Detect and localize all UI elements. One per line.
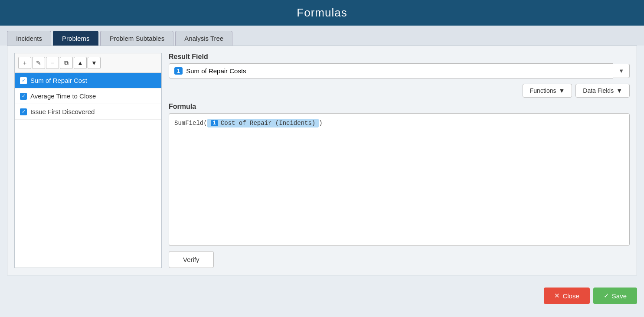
formula-item-label: Sum of Repair Cost	[30, 77, 87, 84]
move-up-button[interactable]: ▲	[74, 57, 87, 69]
checkmark-icon: ✓	[604, 292, 609, 300]
checkbox-checked-icon: ✓	[20, 77, 27, 84]
functions-button[interactable]: Functions ▼	[523, 84, 572, 98]
formula-toolbar: + ✎ − ⧉ ▲ ▼	[15, 53, 161, 73]
header-title-text: Formulas	[297, 6, 347, 19]
result-field-dropdown-arrow[interactable]: ▼	[613, 64, 630, 78]
tab-incidents[interactable]: Incidents	[7, 31, 51, 46]
tab-analysis-tree[interactable]: Analysis Tree	[175, 31, 232, 46]
code-suffix: )	[319, 120, 322, 127]
code-field-name: Cost of Repair (Incidents)	[221, 120, 315, 127]
page-title: Formulas	[0, 0, 644, 26]
formula-item-label: Average Time to Close	[30, 92, 96, 100]
chevron-down-icon: ▼	[559, 87, 565, 94]
checkbox-checked-icon: ✓	[20, 93, 27, 100]
verify-button[interactable]: Verify	[169, 251, 214, 268]
save-button-label: Save	[612, 292, 627, 300]
formula-section-label: Formula	[169, 103, 630, 111]
chevron-down-icon: ▼	[616, 87, 622, 94]
formula-code: SumField( 1 Cost of Repair (Incidents) )	[174, 119, 624, 127]
result-field-section: Result Field 1 Sum of Repair Costs ▼	[169, 53, 630, 78]
save-button[interactable]: ✓ Save	[593, 288, 637, 304]
list-item[interactable]: ✓ Issue First Discovered	[15, 104, 161, 120]
result-field-value: Sum of Repair Costs	[186, 67, 246, 75]
list-item[interactable]: ✓ Sum of Repair Cost	[15, 73, 161, 88]
left-panel: + ✎ − ⧉ ▲ ▼ ✓ Sum of Repair Cost ✓ Avera…	[14, 53, 162, 268]
checkbox-checked-icon: ✓	[20, 108, 27, 115]
add-button[interactable]: +	[18, 57, 31, 69]
list-item[interactable]: ✓ Average Time to Close	[15, 88, 161, 104]
data-fields-button-label: Data Fields	[583, 87, 614, 94]
result-field-label: Result Field	[169, 53, 630, 61]
close-icon: ✕	[554, 292, 560, 300]
result-field-row: 1 Sum of Repair Costs ▼	[169, 63, 630, 78]
right-panel: Result Field 1 Sum of Repair Costs ▼ Fun…	[169, 53, 630, 268]
tab-problems[interactable]: Problems	[53, 31, 98, 46]
footer-bar: ✕ Close ✓ Save	[0, 282, 644, 309]
formula-item-label: Issue First Discovered	[30, 108, 95, 115]
close-button[interactable]: ✕ Close	[544, 288, 589, 304]
copy-button[interactable]: ⧉	[60, 57, 73, 69]
edit-button[interactable]: ✎	[32, 57, 45, 69]
close-button-label: Close	[562, 292, 579, 300]
code-prefix: SumField(	[174, 120, 207, 127]
remove-button[interactable]: −	[46, 57, 59, 69]
formula-buttons-row: Functions ▼ Data Fields ▼	[169, 84, 630, 98]
tabs-bar: Incidents Problems Problem Subtables Ana…	[0, 26, 644, 46]
result-field-badge: 1	[174, 67, 183, 75]
move-down-button[interactable]: ▼	[88, 57, 101, 69]
result-field-select[interactable]: 1 Sum of Repair Costs	[169, 63, 613, 78]
tab-problem-subtables[interactable]: Problem Subtables	[100, 31, 173, 46]
main-content: + ✎ − ⧉ ▲ ▼ ✓ Sum of Repair Cost ✓ Avera…	[7, 46, 637, 275]
functions-button-label: Functions	[530, 87, 556, 94]
code-field-tag: 1 Cost of Repair (Incidents)	[207, 119, 319, 127]
formula-list: ✓ Sum of Repair Cost ✓ Average Time to C…	[15, 73, 161, 268]
code-badge: 1	[211, 120, 218, 126]
formula-editor[interactable]: SumField( 1 Cost of Repair (Incidents) )	[169, 113, 630, 246]
data-fields-button[interactable]: Data Fields ▼	[575, 84, 630, 98]
formula-section: Formula SumField( 1 Cost of Repair (Inci…	[169, 103, 630, 246]
